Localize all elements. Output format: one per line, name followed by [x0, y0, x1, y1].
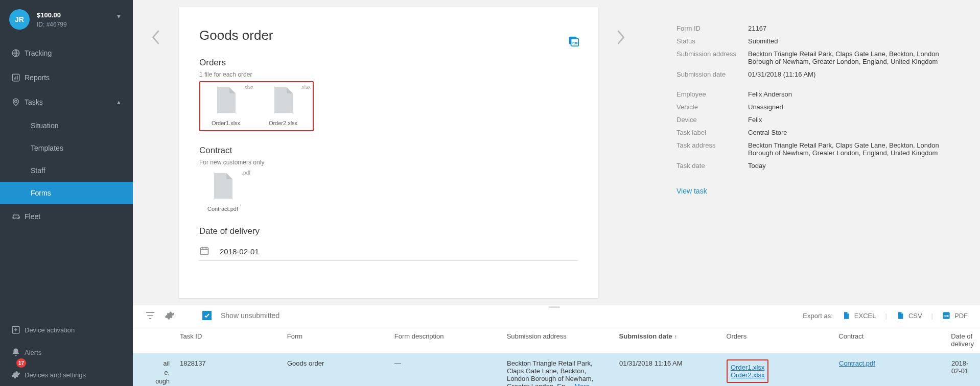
- order-files-group: .xlsx Order1.xlsx .xlsx Order2.xlsx: [199, 81, 314, 131]
- view-task-link[interactable]: View task: [676, 187, 707, 195]
- col-sub-date[interactable]: Submission date↑: [613, 327, 720, 353]
- export-pdf-button[interactable]: PDF PDF: [942, 311, 968, 320]
- main-content: Goods order PDF Orders 1 file for each o…: [133, 0, 980, 386]
- cell-sub-address: Beckton Triangle Retail Park, Claps Gate…: [501, 353, 613, 386]
- order-file-link[interactable]: Order2.xlsx: [731, 371, 764, 379]
- col-contract[interactable]: Contract: [832, 327, 945, 353]
- col-form-desc[interactable]: Form description: [388, 327, 501, 353]
- sidebar-item-situation[interactable]: Situation: [0, 114, 133, 137]
- meta-key: Submission date: [676, 70, 748, 78]
- plus-box-icon: [11, 325, 25, 335]
- sidebar-item-devices-settings[interactable]: Devices and settings: [0, 364, 133, 386]
- export-csv-button[interactable]: CSV: [896, 311, 922, 320]
- user-id: ID: #46799: [37, 21, 67, 28]
- gear-icon: [11, 370, 25, 380]
- table-row[interactable]: ail e, ough 1828137 Goods order — Beckto…: [133, 353, 980, 386]
- export-excel-button[interactable]: EXCEL: [842, 311, 876, 320]
- sidebar-item-templates[interactable]: Templates: [0, 137, 133, 159]
- cell-form-desc: —: [388, 353, 501, 386]
- car-icon: [11, 211, 25, 222]
- meta-key: Vehicle: [676, 103, 748, 111]
- sidebar-item-forms[interactable]: Forms: [0, 182, 133, 204]
- cell-sub-date: 01/31/2018 11:16 AM: [613, 353, 720, 386]
- sidebar-item-label: Alerts: [25, 349, 122, 356]
- contract-section-heading: Contract: [199, 146, 577, 156]
- form-title: Goods order: [199, 28, 577, 43]
- meta-key: Form ID: [676, 25, 748, 32]
- file-icon: [209, 171, 237, 201]
- sidebar-item-label: Tracking: [25, 49, 122, 57]
- form-meta-panel: Form ID21167 StatusSubmitted Submission …: [644, 0, 980, 195]
- meta-value: Beckton Triangle Retail Park, Claps Gate…: [748, 50, 960, 65]
- sidebar-item-device-activation[interactable]: Device activation: [0, 319, 133, 341]
- col-orders[interactable]: Orders: [720, 327, 832, 353]
- col-sub-address[interactable]: Submission address: [501, 327, 613, 353]
- svg-text:PDF: PDF: [944, 315, 949, 318]
- sidebar-item-label: Reports: [25, 74, 122, 82]
- sidebar-user-block[interactable]: JR $100.00 ID: #46799 ▼: [0, 0, 133, 41]
- filter-icon[interactable]: [145, 310, 155, 321]
- col-form[interactable]: Form: [281, 327, 388, 353]
- col-date-deliv[interactable]: Date of delivery: [945, 327, 980, 353]
- meta-key: Task address: [676, 141, 748, 157]
- contract-file-link[interactable]: Contract.pdf: [839, 359, 939, 367]
- sidebar: JR $100.00 ID: #46799 ▼ Tracking Reports…: [0, 0, 133, 386]
- file-icon: [269, 85, 297, 115]
- meta-key: Employee: [676, 90, 748, 98]
- file-tile[interactable]: .pdf Contract.pdf: [199, 171, 246, 212]
- file-extension: .xlsx: [300, 84, 311, 90]
- meta-value: Felix Anderson: [748, 90, 960, 98]
- address-more-link[interactable]: More: [574, 382, 590, 386]
- sidebar-item-reports[interactable]: Reports: [0, 65, 133, 90]
- show-unsubmitted-checkbox[interactable]: [202, 311, 212, 320]
- resize-handle-icon[interactable]: ═══: [549, 304, 564, 306]
- date-of-delivery-value: 2018-02-01: [220, 247, 259, 256]
- form-detail-card: Goods order PDF Orders 1 file for each o…: [179, 7, 598, 298]
- calendar-icon: [199, 246, 209, 257]
- sidebar-item-label: Situation: [31, 122, 122, 130]
- contract-files-group: .pdf Contract.pdf: [199, 171, 577, 212]
- orders-section-note: 1 file for each order: [199, 71, 577, 78]
- col-task-id[interactable]: Task ID: [174, 327, 281, 353]
- sidebar-item-staff[interactable]: Staff: [0, 159, 133, 182]
- sidebar-item-tracking[interactable]: Tracking: [0, 41, 133, 65]
- prev-record-button[interactable]: [133, 0, 179, 46]
- sidebar-item-label: Templates: [31, 144, 122, 152]
- meta-value: Felix: [748, 116, 960, 124]
- cell-form: Goods order: [281, 353, 388, 386]
- date-of-delivery-field[interactable]: 2018-02-01: [199, 246, 577, 261]
- chart-icon: [11, 73, 25, 83]
- file-extension: .pdf: [242, 170, 250, 176]
- sidebar-item-label: Devices and settings: [25, 371, 122, 379]
- table-header-row: Task ID Form Form description Submission…: [133, 327, 980, 353]
- order-file-link[interactable]: Order1.xlsx: [731, 364, 764, 371]
- sidebar-item-tasks[interactable]: Tasks ▲: [0, 90, 133, 114]
- bell-icon: [11, 347, 25, 357]
- chevron-down-icon[interactable]: ▼: [116, 13, 122, 19]
- meta-key: Task label: [676, 129, 748, 136]
- file-name: Order2.xlsx: [260, 120, 307, 126]
- svg-text:PDF: PDF: [571, 41, 578, 45]
- sidebar-item-label: Forms: [31, 189, 122, 197]
- avatar: JR: [9, 9, 30, 30]
- export-pdf-icon[interactable]: PDF: [568, 36, 579, 49]
- meta-value: Unassigned: [748, 103, 960, 111]
- sidebar-item-fleet[interactable]: Fleet: [0, 204, 133, 229]
- file-name: Contract.pdf: [199, 206, 246, 212]
- file-name: Order1.xlsx: [202, 120, 249, 126]
- file-tile[interactable]: .xlsx Order1.xlsx: [202, 85, 249, 126]
- sidebar-item-label: Device activation: [25, 326, 122, 334]
- svg-rect-3: [15, 77, 16, 80]
- cell-orders: Order1.xlsx Order2.xlsx: [720, 353, 833, 386]
- meta-value: Beckton Triangle Retail Park, Claps Gate…: [748, 141, 960, 157]
- forms-table-panel: ═══ Show unsubmitted Export as:: [133, 299, 980, 386]
- svg-rect-2: [14, 78, 15, 80]
- orders-section-heading: Orders: [199, 58, 577, 68]
- cell-deliv: 2018-02-01: [945, 353, 980, 386]
- file-icon: [212, 85, 240, 115]
- file-tile[interactable]: .xlsx Order2.xlsx: [260, 85, 307, 126]
- meta-key: Device: [676, 116, 748, 124]
- next-record-button[interactable]: [598, 0, 644, 46]
- gear-icon[interactable]: [165, 310, 175, 321]
- meta-value: Submitted: [748, 37, 960, 45]
